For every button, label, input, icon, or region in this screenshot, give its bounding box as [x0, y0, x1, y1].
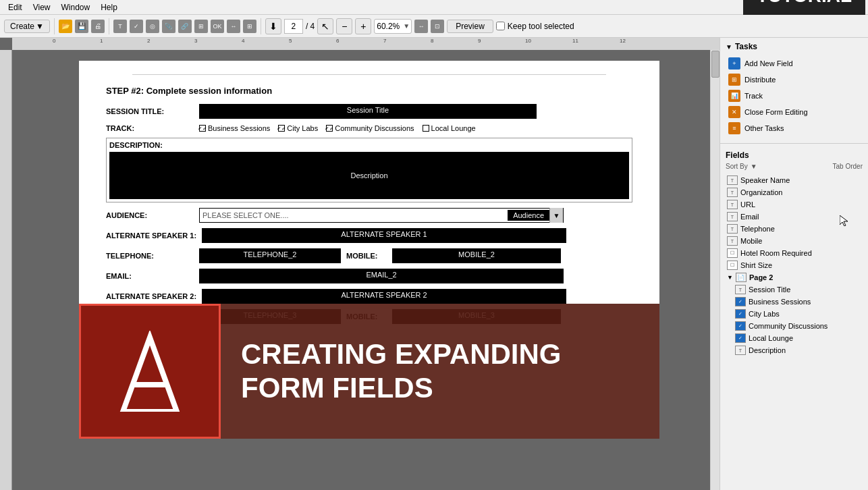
alt-speaker2-label: ALTERNATE SPEAKER 2:	[106, 292, 196, 300]
checkbox-field-icon-2: ☐	[727, 261, 738, 270]
audience-dropdown-icon[interactable]: ▼	[549, 208, 563, 223]
check-icon[interactable]: ✓	[130, 20, 143, 33]
text-field-icon-3: T	[727, 200, 738, 209]
sep3	[261, 18, 261, 34]
table-icon[interactable]: ⊞	[194, 20, 208, 33]
alt-speaker2-row: ALTERNATE SPEAKER 2: ALTERNATE SPEAKER 2	[106, 289, 632, 304]
prev-page-button[interactable]: ⬇	[265, 18, 281, 34]
alt-speaker1-row: ALTERNATE SPEAKER 1: ALTERNATE SPEAKER 1	[106, 228, 632, 243]
save-icon[interactable]: 💾	[75, 20, 88, 33]
field-speaker-name[interactable]: T Speaker Name	[726, 174, 863, 186]
clip-icon[interactable]: 📎	[162, 20, 175, 33]
track-citylabs-checkbox[interactable]: ✓	[278, 125, 285, 132]
description-field[interactable]: Description	[109, 152, 629, 199]
field-session-title[interactable]: T Session Title	[734, 283, 863, 296]
zoom-out-button[interactable]: −	[336, 18, 352, 34]
field-url[interactable]: T URL	[726, 198, 863, 211]
field-business-sessions[interactable]: ✓ Business Sessions	[734, 296, 863, 308]
email-field[interactable]: EMAIL_2	[199, 269, 564, 283]
ruler-mark-1: 1	[100, 38, 103, 44]
menu-window[interactable]: Window	[55, 1, 95, 13]
page2-collapse-icon[interactable]: ▼	[727, 274, 733, 281]
create-button[interactable]: Create ▼	[4, 20, 50, 33]
description-area: DESCRIPTION: Description	[106, 138, 632, 202]
field-city-labs[interactable]: ✓ City Labs	[734, 308, 863, 320]
menu-view[interactable]: View	[28, 1, 56, 13]
session-title-label: SESSION TITLE:	[106, 107, 194, 115]
link-icon[interactable]: 🔗	[178, 20, 192, 33]
ruler-mark-12: 12	[620, 38, 626, 44]
ruler-mark-8: 8	[431, 38, 433, 44]
alt-speaker1-field[interactable]: ALTERNATE SPEAKER 1	[202, 228, 566, 243]
distribute-icon: ⊞	[728, 74, 740, 86]
field-shirt[interactable]: ☐ Shirt Size	[726, 259, 863, 271]
select-tool-icon[interactable]: ↖	[317, 18, 333, 34]
telephone-label: TELEPHONE:	[106, 252, 194, 260]
mobile-field[interactable]: MOBILE_2	[392, 248, 561, 263]
page-input[interactable]	[284, 19, 303, 34]
field-local-lounge[interactable]: ✓ Local Lounge	[734, 332, 863, 344]
track-lounge-checkbox[interactable]	[423, 125, 429, 132]
grid-icon[interactable]: ⊞	[243, 20, 256, 33]
field-hotel[interactable]: ☐ Hotel Room Required	[726, 247, 863, 259]
sep1	[54, 18, 55, 34]
ruler-mark-0: 0	[53, 38, 55, 44]
expand-icon[interactable]: ↔	[227, 20, 240, 33]
alt-speaker2-field[interactable]: ALTERNATE SPEAKER 2	[202, 289, 566, 304]
print-icon[interactable]: 🖨	[91, 20, 105, 33]
field-organization-label: Organization	[740, 188, 782, 196]
zoom-dropdown-icon[interactable]: ▼	[402, 22, 411, 30]
track-business-checkbox[interactable]: ✓	[199, 125, 206, 132]
text-field-icon-8: T	[735, 346, 746, 355]
other-tasks-item[interactable]: ≡ Other Tasks	[726, 120, 863, 136]
right-panel: ▼ Tasks + Add New Field ⊞ Distribute 📊 T…	[720, 38, 868, 490]
fit-page-icon[interactable]: ⊡	[431, 20, 444, 33]
menu-help[interactable]: Help	[95, 1, 123, 13]
field-organization[interactable]: T Organization	[726, 186, 863, 198]
telephone3-field[interactable]: TELEPHONE_3	[199, 309, 341, 324]
fit-width-icon[interactable]: ↔	[414, 20, 428, 33]
tasks-collapse-icon[interactable]: ▼	[726, 43, 732, 51]
track-community-checkbox[interactable]: ✓	[326, 125, 333, 132]
preview-button[interactable]: Preview	[447, 20, 493, 33]
keep-tool-checkbox[interactable]	[496, 22, 505, 30]
step-title: STEP #2: Complete session information	[106, 86, 632, 96]
mobile3-field[interactable]: MOBILE_3	[392, 309, 561, 324]
email-row: EMAIL: EMAIL_2	[106, 269, 632, 283]
create-label: Create	[10, 22, 34, 31]
close-form-item[interactable]: ✕ Close Form Editing	[726, 104, 863, 120]
open-icon[interactable]: 📂	[59, 20, 72, 33]
session-title-field[interactable]: Session Title	[199, 104, 537, 119]
text-field-icon-5: T	[727, 224, 738, 234]
zoom-in-button[interactable]: +	[355, 18, 371, 34]
adobe-logo	[79, 304, 221, 439]
field-telephone[interactable]: T Telephone	[726, 223, 863, 235]
field-email[interactable]: T Email	[726, 211, 863, 223]
keep-tool-label: Keep tool selected	[496, 22, 574, 31]
sort-dropdown-icon[interactable]: ▼	[751, 163, 757, 170]
menu-edit[interactable]: Edit	[3, 1, 28, 13]
zoom-input[interactable]	[375, 22, 402, 31]
field-mobile[interactable]: T Mobile	[726, 235, 863, 247]
add-new-field-item[interactable]: + Add New Field	[726, 55, 863, 72]
dropdown-arrow-icon: ▼	[36, 22, 44, 31]
audience-select[interactable]: PLEASE SELECT ONE.... Audience ▼	[199, 208, 564, 223]
distribute-item[interactable]: ⊞ Distribute	[726, 72, 863, 88]
field-mobile-label: Mobile	[740, 237, 762, 245]
ok-icon[interactable]: OK	[211, 20, 224, 33]
field-speaker-name-label: Speaker Name	[740, 176, 790, 184]
field-community-discussions[interactable]: ✓ Community Discussions	[734, 320, 863, 332]
sort-row: Sort By ▼ Tab Order	[726, 163, 863, 170]
close-form-icon: ✕	[728, 106, 740, 118]
checkbox-field-icon-4: ✓	[735, 309, 746, 319]
ruler-mark-7: 7	[383, 38, 386, 44]
track-item[interactable]: 📊 Track	[726, 88, 863, 104]
field-telephone-label: Telephone	[740, 225, 775, 233]
track-icon: 📊	[728, 90, 740, 102]
stamp-icon[interactable]: ◎	[146, 20, 159, 33]
field-description[interactable]: T Description	[734, 344, 863, 356]
text-icon[interactable]: T	[113, 20, 127, 33]
mobile-label: MOBILE:	[346, 252, 387, 260]
telephone-field[interactable]: TELEPHONE_2	[199, 248, 341, 263]
page2-label: Page 2	[749, 273, 773, 281]
